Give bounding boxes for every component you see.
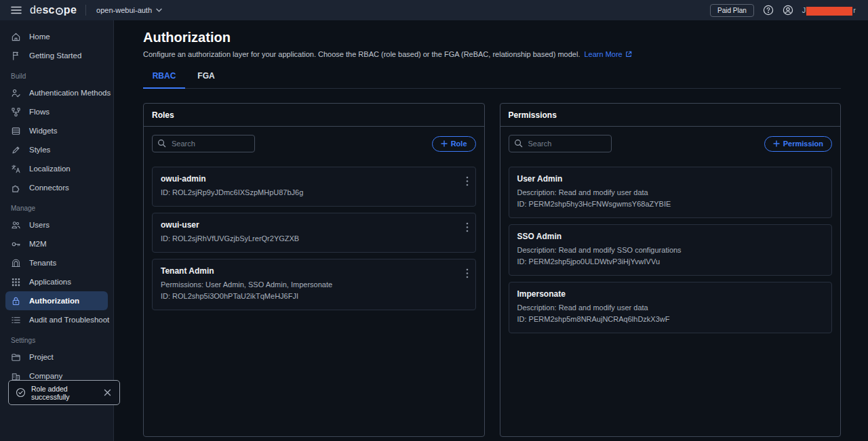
sidebar-item-label: Localization	[29, 165, 71, 173]
sidebar-item-flows[interactable]: Flows	[0, 102, 113, 121]
page-description-text: Configure an authorization layer for you…	[143, 50, 580, 58]
paid-plan-button[interactable]: Paid Plan	[710, 4, 754, 17]
permission-card[interactable]: User Admin Description: Read and modify …	[509, 167, 833, 218]
add-role-button[interactable]: Role	[432, 136, 476, 152]
topbar-right: Paid Plan J r	[710, 4, 868, 17]
role-card[interactable]: owui-user ID: ROL2sjRhVfUVGzjbSyLrerQr2Y…	[152, 213, 476, 253]
sidebar-item-label: Authorization	[29, 297, 79, 305]
users-icon	[11, 220, 21, 230]
tenants-icon	[11, 258, 21, 268]
sidebar-item-label: Project	[29, 353, 54, 361]
tab-rbac[interactable]: RBAC	[143, 71, 185, 89]
roles-panel-body: Role owui-admin ID: ROL2sjRp9yJDmc6IXSzp…	[144, 127, 484, 318]
permission-card[interactable]: Impersonate Description: Read and modify…	[509, 282, 833, 333]
permissions-panel: Permissions Permission User Admin D	[500, 103, 842, 437]
authentication-methods-icon	[11, 88, 21, 98]
roles-search-box	[152, 135, 255, 152]
permission-description: Description: Read and modify user data	[517, 302, 812, 314]
sidebar-item-project[interactable]: Project	[0, 348, 113, 366]
sidebar-item-styles[interactable]: Styles	[0, 140, 113, 159]
toast-role-added: Role added successfully	[8, 380, 120, 405]
help-icon[interactable]	[763, 5, 774, 16]
role-name: owui-user	[161, 220, 455, 230]
permissions-search-input[interactable]	[509, 135, 612, 152]
panels-row: Roles Role owui-admin ID: ROL2sjRp9	[143, 103, 841, 437]
sidebar-item-users[interactable]: Users	[0, 215, 113, 234]
role-card[interactable]: Tenant Admin Permissions: User Admin, SS…	[152, 259, 476, 310]
role-card[interactable]: owui-admin ID: ROL2sjRp9yJDmc6IXSzpMHpU8…	[152, 167, 476, 207]
project-folder-icon	[11, 352, 21, 362]
project-name: open-webui-auth	[96, 6, 152, 14]
chevron-down-icon	[156, 8, 162, 12]
puzzle-icon	[11, 183, 21, 193]
logo-text: pe	[64, 4, 77, 16]
learn-more-link[interactable]: Learn More	[584, 50, 631, 58]
permission-description: Description: Read and modify user data	[517, 187, 812, 198]
sidebar-item-label: Company	[29, 372, 62, 380]
tab-bar: RBAC FGA	[143, 71, 841, 89]
roles-panel-title: Roles	[144, 104, 484, 127]
topbar-divider	[85, 5, 86, 16]
sidebar-section-manage: Manage	[0, 197, 113, 215]
plus-icon	[441, 140, 448, 147]
styles-icon	[11, 145, 21, 155]
page-description: Configure an authorization layer for you…	[143, 50, 841, 58]
sidebar-item-label: Applications	[29, 278, 71, 286]
sidebar-item-label: Authentication Methods	[29, 89, 111, 97]
permissions-panel-body: Permission User Admin Description: Read …	[500, 127, 841, 341]
permissions-list: User Admin Description: Read and modify …	[509, 167, 833, 333]
account-avatar-icon[interactable]	[783, 5, 793, 16]
user-name-redaction	[806, 7, 852, 16]
logo-text: de	[30, 4, 42, 16]
role-id: ID: ROL2shp5i3O0hPTaU2ikTqMeHJ6FJI	[161, 291, 455, 302]
permissions-search-box	[509, 135, 612, 152]
flows-icon	[11, 107, 21, 117]
permission-card[interactable]: SSO Admin Description: Read and modify S…	[509, 224, 833, 276]
sidebar-item-label: Widgets	[29, 127, 58, 135]
permission-description: Description: Read and modify SSO configu…	[517, 245, 812, 256]
add-role-label: Role	[451, 140, 467, 148]
translate-icon	[11, 164, 21, 174]
sidebar-item-label: Audit and Troubleshoot	[29, 316, 109, 324]
grid-icon	[11, 277, 21, 287]
tab-fga[interactable]: FGA	[185, 71, 227, 88]
logo-text: sc	[42, 4, 54, 16]
permission-name: Impersonate	[517, 289, 812, 299]
menu-icon[interactable]	[7, 3, 26, 17]
project-selector[interactable]: open-webui-auth	[96, 6, 162, 14]
kebab-menu-icon[interactable]	[465, 267, 470, 280]
role-id: ID: ROL2sjRp9yJDmc6IXSzpMHpU87bJ6g	[161, 187, 455, 198]
sidebar-item-label: Home	[29, 33, 50, 41]
sidebar-item-label: M2M	[29, 240, 47, 248]
check-circle-icon	[16, 387, 26, 398]
add-permission-button[interactable]: Permission	[764, 136, 832, 152]
kebab-menu-icon[interactable]	[465, 221, 470, 234]
sidebar-item-getting-started[interactable]: Getting Started	[0, 46, 113, 65]
sidebar-item-applications[interactable]: Applications	[0, 272, 113, 291]
sidebar-item-widgets[interactable]: Widgets	[0, 121, 113, 140]
permission-id: ID: PERM2shp5m8NRAujNCRAq6lhDzkX3wF	[517, 314, 812, 325]
roles-search-input[interactable]	[152, 135, 255, 152]
sidebar-item-tenants[interactable]: Tenants	[0, 253, 113, 272]
user-name[interactable]: J r	[802, 6, 856, 15]
key-icon	[11, 239, 21, 249]
permission-name: User Admin	[517, 174, 812, 184]
sidebar-item-label: Flows	[29, 108, 50, 116]
sidebar-item-home[interactable]: Home	[0, 27, 113, 46]
sidebar-item-label: Tenants	[29, 259, 56, 267]
sidebar-item-authentication-methods[interactable]: Authentication Methods	[0, 83, 113, 102]
descope-logo[interactable]: descpe	[30, 4, 77, 16]
user-name-suffix: r	[853, 6, 856, 14]
close-icon[interactable]	[102, 387, 113, 398]
sidebar-item-localization[interactable]: Localization	[0, 159, 113, 178]
audit-list-icon	[11, 315, 21, 325]
kebab-menu-icon[interactable]	[465, 175, 470, 188]
sidebar-item-audit-and-troubleshoot[interactable]: Audit and Troubleshoot	[0, 310, 113, 329]
permission-name: SSO Admin	[517, 232, 812, 241]
roles-panel: Roles Role owui-admin ID: ROL2sjRp9	[143, 103, 485, 437]
lock-icon	[11, 296, 21, 306]
permission-id: ID: PERM2shp5jpo0ULDWtvP3iHjYvwIVVu	[517, 256, 812, 268]
sidebar-item-connectors[interactable]: Connectors	[0, 178, 113, 197]
sidebar-item-authorization[interactable]: Authorization	[5, 291, 108, 310]
sidebar-item-m2m[interactable]: M2M	[0, 234, 113, 253]
